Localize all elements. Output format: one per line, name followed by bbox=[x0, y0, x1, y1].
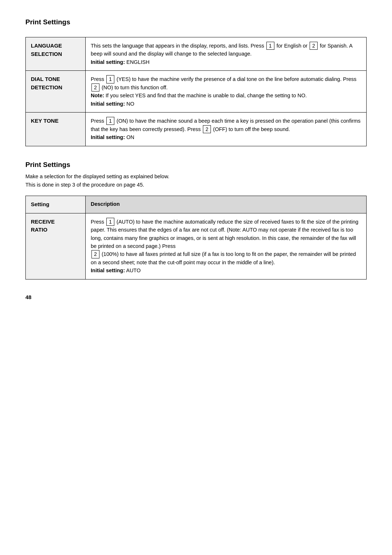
setting-description: Press 1 (ON) to have the machine sound a… bbox=[86, 113, 367, 146]
key-button: 1 bbox=[106, 218, 114, 226]
section-intro: Make a selection for the displayed setti… bbox=[25, 172, 367, 189]
key-button: 2 bbox=[91, 250, 99, 258]
table-row: DIAL TONEDETECTIONPress 1 (YES) to have … bbox=[26, 71, 367, 113]
page-number: 48 bbox=[25, 294, 367, 300]
setting-description: Press 1 (AUTO) to have the machine autom… bbox=[86, 213, 367, 279]
key-button: 2 bbox=[91, 83, 99, 91]
intro-line1: Make a selection for the displayed setti… bbox=[25, 172, 367, 181]
setting-label: KEY TONE bbox=[26, 113, 86, 146]
table-row: KEY TONEPress 1 (ON) to have the machine… bbox=[26, 113, 367, 146]
key-button: 2 bbox=[310, 42, 318, 50]
col-setting-header: Setting bbox=[26, 196, 86, 213]
key-button: 2 bbox=[203, 125, 211, 133]
setting-label: DIAL TONEDETECTION bbox=[26, 71, 86, 113]
settings-table-1: LANGUAGESELECTIONThis sets the language … bbox=[25, 37, 367, 146]
setting-description: This sets the language that appears in t… bbox=[86, 37, 367, 71]
table-row: RECEIVERATIOPress 1 (AUTO) to have the m… bbox=[26, 213, 367, 279]
table-row: LANGUAGESELECTIONThis sets the language … bbox=[26, 37, 367, 71]
key-button: 1 bbox=[106, 75, 114, 83]
bold-label: Initial setting: bbox=[91, 268, 125, 273]
setting-label: LANGUAGESELECTION bbox=[26, 37, 86, 71]
setting-label: RECEIVERATIO bbox=[26, 213, 86, 279]
bold-label: Initial setting: bbox=[91, 134, 125, 140]
page-title: Print Settings bbox=[25, 18, 367, 26]
settings-table-2: Setting Description RECEIVERATIOPress 1 … bbox=[25, 196, 367, 279]
second-section-title: Print Settings bbox=[25, 161, 367, 169]
bold-label: Initial setting: bbox=[91, 101, 125, 107]
setting-description: Press 1 (YES) to have the machine verify… bbox=[86, 71, 367, 113]
col-description-header: Description bbox=[86, 196, 367, 213]
key-button: 1 bbox=[266, 42, 274, 50]
table-header-row: Setting Description bbox=[26, 196, 367, 213]
bold-label: Note: bbox=[91, 93, 104, 98]
bold-label: Initial setting: bbox=[91, 59, 125, 65]
key-button: 1 bbox=[106, 117, 114, 125]
intro-line2: This is done in step 3 of the procedure … bbox=[25, 181, 367, 189]
